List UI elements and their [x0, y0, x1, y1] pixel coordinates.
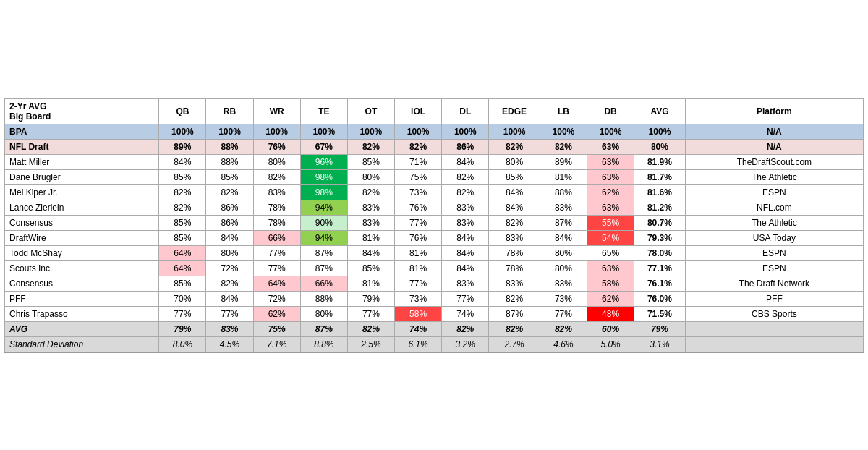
table-row: Matt Miller84%88%80%96%85%71%84%80%89%63… [5, 154, 864, 169]
cell-value: 77% [253, 260, 300, 276]
cell-value: 73% [540, 291, 587, 306]
table-row: AVG79%83%75%87%82%74%82%82%82%60%79% [5, 321, 864, 336]
cell-value: 84% [206, 291, 253, 306]
table-row: DraftWire85%84%66%94%81%76%84%83%84%54%7… [5, 230, 864, 245]
cell-value: 3.2% [442, 336, 489, 352]
cell-value: 89% [159, 139, 206, 154]
col-header-ot: OT [347, 98, 394, 124]
cell-value: 94% [300, 200, 347, 215]
cell-value: 83% [540, 276, 587, 291]
cell-value: 66% [253, 230, 300, 245]
cell-value: 71.5% [634, 306, 686, 321]
cell-value: 77% [395, 215, 442, 230]
cell-value: 78% [489, 260, 540, 276]
cell-value: 82% [442, 321, 489, 336]
cell-value: 2.5% [347, 336, 394, 352]
cell-value: 96% [300, 154, 347, 169]
cell-value: 86% [206, 200, 253, 215]
cell-value: N/A [685, 139, 863, 154]
cell-value: 100% [587, 124, 634, 139]
cell-value [685, 321, 863, 336]
stats-table: 2-Yr AVG Big Board QB RB WR TE OT iOL DL… [4, 98, 864, 352]
cell-value: 48% [587, 306, 634, 321]
table-row: Consensus85%86%78%90%83%77%83%82%87%55%8… [5, 215, 864, 230]
cell-value: 74% [442, 306, 489, 321]
table-row: Todd McShay64%80%77%87%84%81%84%78%80%65… [5, 245, 864, 260]
cell-value: The Athletic [685, 169, 863, 184]
cell-value: The Draft Network [685, 276, 863, 291]
cell-value: 98% [300, 169, 347, 184]
cell-value: 100% [540, 124, 587, 139]
cell-value: 70% [159, 291, 206, 306]
cell-value: 63% [587, 200, 634, 215]
cell-value: 85% [347, 260, 394, 276]
cell-value: 82% [540, 139, 587, 154]
cell-value: CBS Sports [685, 306, 863, 321]
cell-value: 88% [540, 184, 587, 200]
table-row: Lance Zierlein82%86%78%94%83%76%83%84%83… [5, 200, 864, 215]
cell-value: 76.0% [634, 291, 686, 306]
row-name: Todd McShay [5, 245, 159, 260]
cell-value: 83% [489, 230, 540, 245]
cell-value: 100% [489, 124, 540, 139]
cell-value: 100% [300, 124, 347, 139]
cell-value: 76% [253, 139, 300, 154]
cell-value: 94% [300, 230, 347, 245]
cell-value: TheDraftScout.com [685, 154, 863, 169]
cell-value: 72% [253, 291, 300, 306]
cell-value: 84% [347, 245, 394, 260]
cell-value: 73% [395, 184, 442, 200]
cell-value: USA Today [685, 230, 863, 245]
cell-value: 80% [489, 154, 540, 169]
cell-value [685, 336, 863, 352]
cell-value: 82% [489, 321, 540, 336]
cell-value: 80% [300, 306, 347, 321]
row-name: Consensus [5, 276, 159, 291]
cell-value: 81% [540, 169, 587, 184]
table-row: PFF70%84%72%88%79%73%77%82%73%62%76.0%PF… [5, 291, 864, 306]
cell-value: 84% [442, 245, 489, 260]
cell-value: 100% [206, 124, 253, 139]
cell-value: 79.3% [634, 230, 686, 245]
main-table-container: 2-Yr AVG Big Board QB RB WR TE OT iOL DL… [4, 98, 864, 353]
cell-value: 7.1% [253, 336, 300, 352]
cell-value: N/A [685, 124, 863, 139]
cell-value: 84% [489, 184, 540, 200]
cell-value: 83% [253, 184, 300, 200]
cell-value: 64% [253, 276, 300, 291]
cell-value: 82% [159, 200, 206, 215]
cell-value: 84% [442, 230, 489, 245]
cell-value: 75% [253, 321, 300, 336]
cell-value: 8.0% [159, 336, 206, 352]
cell-value: 71% [395, 154, 442, 169]
cell-value: 84% [442, 260, 489, 276]
cell-value: ESPN [685, 184, 863, 200]
cell-value: 63% [587, 169, 634, 184]
cell-value: ESPN [685, 245, 863, 260]
cell-value: 73% [395, 291, 442, 306]
cell-value: 85% [159, 230, 206, 245]
cell-value: 77% [540, 306, 587, 321]
cell-value: 78% [253, 200, 300, 215]
cell-value: 78% [253, 215, 300, 230]
cell-value: 63% [587, 154, 634, 169]
cell-value: 82% [489, 291, 540, 306]
cell-value: 3.1% [634, 336, 686, 352]
row-name: BPA [5, 124, 159, 139]
cell-value: 81.7% [634, 169, 686, 184]
row-name: AVG [5, 321, 159, 336]
cell-value: 80% [347, 169, 394, 184]
cell-value: 84% [442, 154, 489, 169]
cell-value: 81% [395, 260, 442, 276]
cell-value: 58% [395, 306, 442, 321]
cell-value: 87% [300, 260, 347, 276]
cell-value: 82% [489, 139, 540, 154]
cell-value: NFL.com [685, 200, 863, 215]
cell-value: 100% [395, 124, 442, 139]
cell-value: 4.5% [206, 336, 253, 352]
cell-value: 77% [253, 245, 300, 260]
col-header-lb: LB [540, 98, 587, 124]
cell-value: 77% [395, 276, 442, 291]
cell-value: 81.9% [634, 154, 686, 169]
cell-value: 83% [347, 215, 394, 230]
